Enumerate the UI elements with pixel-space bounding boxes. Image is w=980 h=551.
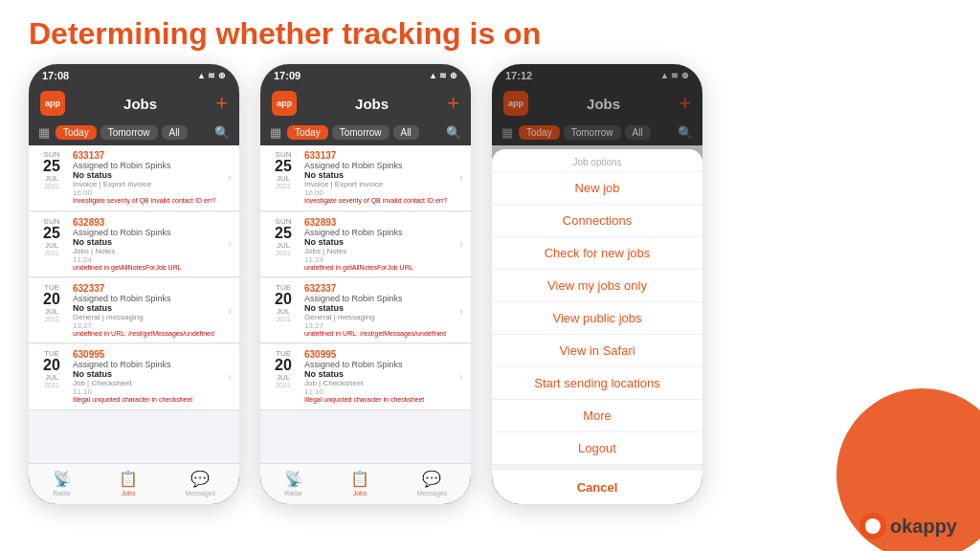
okappy-branding: okappy — [859, 513, 957, 540]
menu-logout[interactable]: Logout — [492, 432, 702, 465]
job-date: Tue20JUL2021 — [268, 283, 299, 322]
job-content: 630995 Assigned to Robin Spinks No statu… — [304, 349, 457, 404]
search-icon-1[interactable]: 🔍 — [214, 125, 230, 140]
phone-3: 17:12 ▲ ≋ ⊕ app Jobs + ▦ Today Tomorrow … — [492, 64, 702, 504]
menu-start-sending-locations[interactable]: Start sending locations — [492, 367, 702, 400]
menu-overlay: Job options New job Connections Check fo… — [492, 64, 702, 504]
menu-cancel[interactable]: Cancel — [492, 465, 702, 504]
app-header-2: app Jobs + — [260, 85, 471, 121]
calendar-icon-1: ▦ — [38, 125, 50, 140]
job-date: Sun25JUL2021 — [268, 217, 299, 256]
action-sheet-title: Job options — [492, 149, 702, 172]
status-bar-2: 17:09 ▲ ≋ ⊕ — [260, 64, 471, 85]
status-icons-1: ▲ ≋ ⊕ — [197, 71, 226, 80]
jobs-icon: 📋 — [350, 470, 369, 488]
okappy-logo-circle — [859, 513, 886, 540]
phones-row: 17:08 ▲ ≋ ⊕ app Jobs + ▦ Today Tomorrow … — [0, 64, 980, 504]
chevron-right-icon: › — [459, 171, 463, 185]
messages-icon: 💬 — [190, 470, 210, 488]
job-content: 632893 Assigned to Robin Spinks No statu… — [73, 217, 226, 272]
job-list-2: Sun25JUL2021 633137 Assigned to Robin Sp… — [260, 145, 471, 463]
jobs-icon: 📋 — [119, 470, 138, 488]
app-logo-1: app — [40, 91, 65, 116]
chevron-right-icon: › — [459, 304, 463, 318]
chevron-right-icon: › — [228, 171, 232, 185]
bottom-nav-2: 📡 Radar 📋 Jobs 💬 Messages — [260, 463, 471, 504]
job-item[interactable]: Tue20JUL2021 630995 Assigned to Robin Sp… — [260, 344, 471, 409]
job-date: Tue 20 JUL 2021 — [36, 283, 67, 322]
status-time-2: 17:09 — [274, 70, 301, 81]
filter-bar-1: ▦ Today Tomorrow All 🔍 — [29, 121, 239, 145]
job-date: Tue 20 JUL 2021 — [36, 349, 67, 388]
add-button-1[interactable]: + — [215, 93, 228, 114]
filter-bar-2: ▦ Today Tomorrow All 🔍 — [260, 121, 471, 145]
app-logo-2: app — [272, 91, 297, 116]
menu-view-my-jobs[interactable]: View my jobs only — [492, 270, 702, 302]
add-button-2[interactable]: + — [447, 93, 459, 114]
menu-view-in-safari[interactable]: View in Safari — [492, 335, 702, 367]
tomorrow-filter-1[interactable]: Tomorrow — [100, 125, 158, 140]
job-content: 632337 Assigned to Robin Spinks No statu… — [304, 283, 457, 338]
today-filter-2[interactable]: Today — [287, 125, 328, 140]
job-item[interactable]: Sun25JUL2021 633137 Assigned to Robin Sp… — [260, 145, 471, 210]
status-bar-1: 17:08 ▲ ≋ ⊕ — [29, 64, 239, 85]
job-item[interactable]: Tue20JUL2021 632337 Assigned to Robin Sp… — [260, 278, 471, 343]
okappy-logo-inner — [865, 518, 880, 534]
app-header-title-2: Jobs — [355, 96, 389, 112]
radar-icon: 📡 — [284, 470, 303, 488]
okappy-text: okappy — [890, 516, 957, 538]
nav-messages-1[interactable]: 💬 Messages — [185, 470, 215, 496]
phone-1: 17:08 ▲ ≋ ⊕ app Jobs + ▦ Today Tomorrow … — [29, 64, 239, 504]
nav-jobs-2[interactable]: 📋 Jobs — [350, 470, 369, 496]
today-filter-1[interactable]: Today — [56, 125, 97, 140]
bottom-nav-1: 📡 Radar 📋 Jobs 💬 Messages — [29, 463, 239, 504]
job-date: Tue20JUL2021 — [268, 349, 299, 388]
calendar-icon-2: ▦ — [270, 125, 281, 140]
action-sheet: Job options New job Connections Check fo… — [492, 149, 702, 504]
job-content: 633137 Assigned to Robin Spinks No statu… — [304, 150, 457, 205]
menu-connections[interactable]: Connections — [492, 205, 702, 237]
job-item[interactable]: Sun25JUL2021 632893 Assigned to Robin Sp… — [260, 212, 471, 277]
status-icons-2: ▲ ≋ ⊕ — [429, 71, 457, 80]
chevron-right-icon: › — [228, 304, 232, 318]
phone-2: 17:09 ▲ ≋ ⊕ app Jobs + ▦ Today Tomorrow … — [260, 64, 471, 504]
job-content: 633137 Assigned to Robin Spinks No statu… — [73, 150, 226, 205]
job-item[interactable]: Sun 25 JUL 2021 633137 Assigned to Robin… — [29, 145, 239, 210]
menu-check-new-jobs[interactable]: Check for new jobs — [492, 237, 702, 270]
all-filter-1[interactable]: All — [162, 125, 188, 140]
nav-jobs-1[interactable]: 📋 Jobs — [119, 470, 138, 496]
menu-more[interactable]: More — [492, 400, 702, 432]
app-header-title-1: Jobs — [123, 96, 157, 112]
job-date: Sun 25 JUL 2021 — [36, 150, 67, 189]
job-list-1: Sun 25 JUL 2021 633137 Assigned to Robin… — [29, 145, 239, 463]
chevron-right-icon: › — [228, 237, 232, 251]
job-item[interactable]: Tue 20 JUL 2021 630995 Assigned to Robin… — [29, 344, 239, 409]
job-content: 630995 Assigned to Robin Spinks No statu… — [73, 349, 226, 404]
nav-radar-1[interactable]: 📡 Radar — [53, 470, 72, 496]
chevron-right-icon: › — [228, 370, 232, 384]
search-icon-2[interactable]: 🔍 — [446, 125, 461, 140]
all-filter-2[interactable]: All — [393, 125, 419, 140]
job-date: Sun25JUL2021 — [268, 150, 299, 189]
tomorrow-filter-2[interactable]: Tomorrow — [332, 125, 390, 140]
menu-new-job[interactable]: New job — [492, 172, 702, 205]
chevron-right-icon: › — [459, 370, 463, 384]
job-content: 632893 Assigned to Robin Spinks No statu… — [304, 217, 457, 272]
nav-messages-2[interactable]: 💬 Messages — [416, 470, 447, 496]
job-date: Sun 25 JUL 2021 — [36, 217, 67, 256]
radar-icon: 📡 — [53, 470, 72, 488]
job-content: 632337 Assigned to Robin Spinks No statu… — [73, 283, 226, 338]
menu-view-public-jobs[interactable]: View public jobs — [492, 302, 702, 335]
job-item[interactable]: Sun 25 JUL 2021 632893 Assigned to Robin… — [29, 212, 239, 277]
page-title: Determining whether tracking is on — [0, 0, 980, 60]
status-time-1: 17:08 — [42, 70, 69, 81]
nav-radar-2[interactable]: 📡 Radar — [284, 470, 303, 496]
job-item[interactable]: Tue 20 JUL 2021 632337 Assigned to Robin… — [29, 278, 239, 343]
app-header-1: app Jobs + — [29, 85, 239, 121]
messages-icon: 💬 — [422, 470, 441, 488]
chevron-right-icon: › — [459, 237, 463, 251]
